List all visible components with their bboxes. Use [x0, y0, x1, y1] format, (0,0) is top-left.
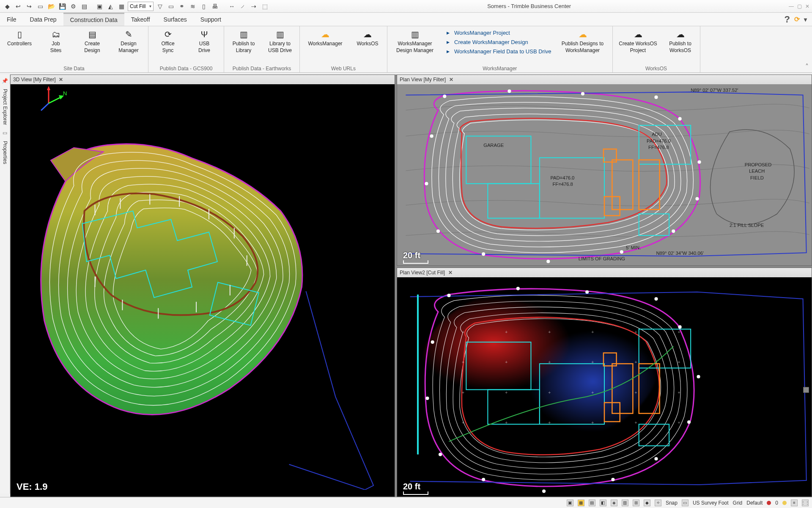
svg-rect-64 — [612, 364, 633, 413]
worksos-url-button[interactable]: ☁WorksOS — [352, 28, 383, 47]
3d-view-pane[interactable]: 3D View [My Filter] ✕ — [10, 75, 395, 497]
plan-viewport[interactable]: GARAGE ADU PAD=476.0 FF=476.8 PAD=476.0 … — [397, 84, 812, 265]
report-icon[interactable]: ▤ — [80, 2, 89, 11]
pane-tab-label[interactable]: Plan View [My Filter] — [400, 77, 446, 83]
create-worksos-project-button[interactable]: ☁Create WorksOSProject — [617, 28, 659, 53]
tab-construction-data[interactable]: Construction Data — [63, 13, 124, 26]
doc-icon[interactable]: ▭ — [3, 130, 7, 136]
project-explorer-tab[interactable]: Project Explorer — [1, 86, 9, 128]
print-icon[interactable]: 🖶 — [210, 2, 219, 11]
maximize-button[interactable]: ▢ — [797, 3, 802, 9]
wm-design-manager-button[interactable]: ▥WorksManagerDesign Manager — [392, 28, 438, 53]
plan-view-pane[interactable]: Plan View [My Filter] ✕ — [397, 75, 812, 266]
tab-surfaces[interactable]: Surfaces — [157, 13, 194, 26]
status-icon[interactable]: ▣ — [567, 500, 573, 506]
menu-dropdown-icon[interactable]: ▾ — [804, 16, 807, 23]
3d-viewport[interactable]: N VE: 1.9 — [11, 84, 395, 497]
status-icon[interactable]: ◈ — [611, 500, 617, 506]
svg-point-96 — [654, 297, 658, 301]
filter-icon[interactable]: ▽ — [155, 2, 165, 11]
settings-icon[interactable]: ⚙ — [69, 2, 78, 11]
worksmanager-url-button[interactable]: ☁WorksManager — [304, 28, 346, 47]
svg-text:+: + — [548, 330, 551, 334]
marquee-icon[interactable]: ⬚ — [260, 2, 269, 11]
usb-drive-button[interactable]: ΨUSBDrive — [189, 28, 219, 53]
group-web-urls: ☁WorksManager ☁WorksOS Web URLs — [300, 26, 387, 72]
library-usb-button[interactable]: ▥Library toUSB Drive — [265, 28, 295, 53]
sync-icon[interactable]: ⟳ — [794, 15, 800, 23]
select-icon[interactable]: ▭ — [166, 2, 176, 11]
svg-point-38 — [672, 229, 675, 233]
new-icon[interactable]: ▭ — [36, 2, 45, 11]
view-front-icon[interactable]: ▣ — [95, 2, 104, 11]
svg-point-101 — [611, 478, 614, 481]
status-icon[interactable]: ▦ — [578, 500, 584, 506]
view-handle[interactable] — [803, 387, 809, 393]
app-icon[interactable]: ◆ — [3, 2, 12, 11]
snap-toggle[interactable]: Snap — [666, 500, 678, 506]
status-icon[interactable]: ⊞ — [633, 500, 639, 506]
status-icon[interactable]: ▥ — [622, 500, 628, 506]
svg-text:+: + — [678, 390, 680, 395]
cutfill-graphic: ++++++ ++++++ ++++++ ++++++ — [397, 277, 812, 497]
status-icon[interactable]: ▤ — [589, 500, 595, 506]
pane-tab-label[interactable]: Plan View2 [Cut Fill] — [400, 270, 445, 276]
group-label: WorksOS — [617, 65, 696, 72]
publish-library-button[interactable]: ▥Publish toLibrary — [228, 28, 259, 53]
svg-point-42 — [436, 229, 440, 233]
unit-label[interactable]: US Survey Foot — [693, 500, 729, 506]
status-icon[interactable]: ◧ — [600, 500, 606, 506]
minimize-button[interactable]: — — [789, 3, 794, 9]
layers-icon[interactable]: ≋ — [188, 2, 198, 11]
help-icon[interactable]: ? — [785, 14, 790, 25]
wm-project-item[interactable]: ▸WorksManager Project — [444, 29, 551, 36]
link-icon[interactable]: ⚭ — [177, 2, 187, 11]
office-sync-button[interactable]: ⟳OfficeSync — [153, 28, 183, 53]
svg-text:+: + — [548, 360, 551, 364]
status-icon[interactable]: ◆ — [644, 500, 650, 506]
open-icon[interactable]: 📂 — [47, 2, 56, 11]
unit-icon[interactable]: ▭ — [682, 500, 689, 506]
status-icon[interactable]: ⋮⋮ — [802, 500, 809, 506]
group-site-data: ▯Controllers 🗂JobSites ▤CreateDesign ✎De… — [0, 26, 148, 72]
wm-field-data-usb-item[interactable]: ▸WorksManager Field Data to USB Drive — [444, 47, 551, 55]
create-design-button[interactable]: ▤CreateDesign — [77, 28, 107, 53]
measure-icon[interactable]: ↔ — [227, 2, 236, 11]
close-icon[interactable]: ✕ — [59, 77, 63, 83]
pane-tab-label[interactable]: 3D View [My Filter] — [13, 77, 55, 83]
job-sites-button[interactable]: 🗂JobSites — [41, 28, 71, 53]
close-icon[interactable]: ✕ — [448, 270, 453, 276]
design-manager-button[interactable]: ✎DesignManager — [113, 28, 144, 53]
svg-text:+: + — [678, 420, 680, 425]
grid-label[interactable]: Grid — [733, 500, 743, 506]
wm-create-design-item[interactable]: ▸Create WorksManager Design — [444, 38, 551, 46]
dimension-icon[interactable]: ⇢ — [249, 2, 258, 11]
close-icon[interactable]: ✕ — [449, 77, 453, 83]
view-3d-icon[interactable]: ◭ — [106, 2, 115, 11]
properties-tab[interactable]: Properties — [1, 138, 9, 168]
undo-icon[interactable]: ↩ — [14, 2, 23, 11]
save-icon[interactable]: 💾 — [58, 2, 67, 11]
tab-takeoff[interactable]: Takeoff — [124, 13, 157, 26]
pin-icon[interactable]: 📌 — [2, 78, 8, 84]
clipboard-icon[interactable]: ▯ — [199, 2, 208, 11]
redo-icon[interactable]: ↪ — [25, 2, 34, 11]
tab-file[interactable]: File — [0, 13, 23, 26]
tab-data-prep[interactable]: Data Prep — [23, 13, 63, 26]
axis-widget[interactable]: N — [36, 84, 70, 114]
cutfill-view-pane[interactable]: Plan View2 [Cut Fill] ✕ — [397, 268, 812, 497]
status-icon[interactable]: ≡ — [791, 500, 798, 506]
ribbon-collapse-button[interactable]: ˄ — [802, 26, 812, 72]
ruler-icon[interactable]: ⟋ — [238, 2, 247, 11]
viewfilter-combo[interactable]: Cut Fill — [128, 2, 154, 11]
close-button[interactable]: ✕ — [805, 3, 809, 9]
default-label[interactable]: Default — [746, 500, 763, 506]
tab-support[interactable]: Support — [194, 13, 228, 26]
publish-worksos-button[interactable]: ☁Publish toWorksOS — [665, 28, 696, 53]
publish-designs-wm-button[interactable]: ☁Publish Designs toWorksManager — [557, 28, 608, 53]
cutfill-viewport[interactable]: ++++++ ++++++ ++++++ ++++++ 20 ft — [397, 277, 812, 497]
cloud-icon: ☁ — [674, 29, 687, 40]
controllers-button[interactable]: ▯Controllers — [4, 28, 35, 47]
status-icon[interactable]: ✧ — [655, 500, 661, 506]
view-image-icon[interactable]: ▦ — [117, 2, 126, 11]
